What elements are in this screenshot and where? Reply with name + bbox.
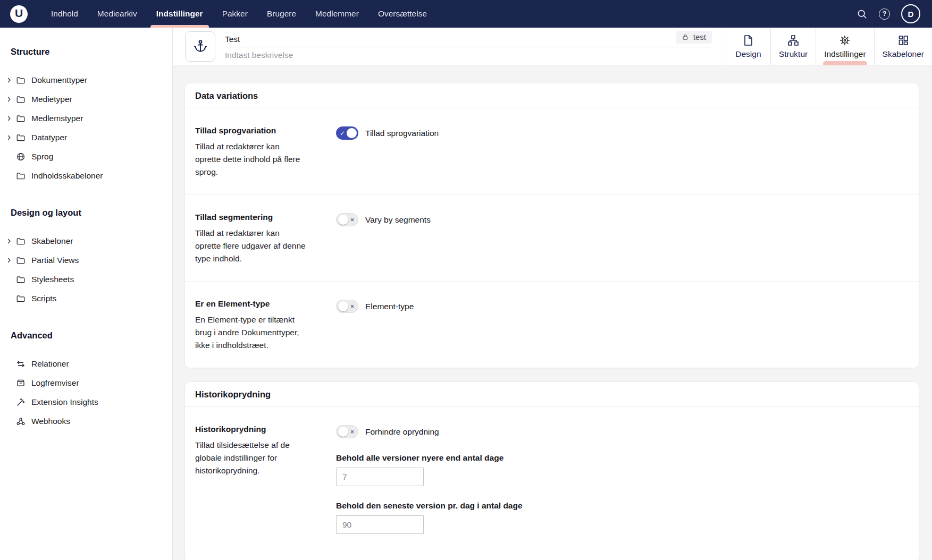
tab-indstillinger[interactable]: Indstillinger	[816, 28, 874, 65]
toggle-switch-off[interactable]: ×	[336, 300, 358, 313]
sidebar-item-webhooks[interactable]: Webhooks	[0, 412, 172, 431]
toggle-label: Vary by segments	[365, 215, 431, 225]
keep-all-versions-days-input[interactable]	[336, 468, 424, 486]
chevron-right-icon[interactable]	[4, 96, 14, 103]
folder-icon	[15, 236, 26, 246]
property-row-tillad-sprogvariation: Tillad sprogvariation Tillad at redaktør…	[185, 108, 919, 195]
nav-item-pakker[interactable]: Pakker	[213, 0, 257, 28]
alias-badge[interactable]: test	[676, 31, 712, 44]
help-icon[interactable]: ?	[879, 9, 890, 20]
property-row-tillad-segmentering: Tillad segmentering Tillad at redaktører…	[185, 195, 919, 282]
tab-design[interactable]: Design	[726, 28, 770, 65]
globe-icon	[15, 152, 26, 162]
toggle-knob	[347, 128, 357, 138]
sidebar-item-medietyper[interactable]: Medietyper	[0, 90, 172, 109]
document-type-name-input[interactable]	[225, 35, 676, 44]
sidebar-item-stylesheets[interactable]: Stylesheets	[0, 270, 172, 289]
nav-item-indhold[interactable]: Indhold	[41, 0, 88, 28]
toggle-field: ✓ Tillad sprogvariation	[336, 126, 909, 140]
sidebar-item-extension-insights[interactable]: Extension Insights	[0, 393, 172, 412]
property-name: Tillad sprogvariation	[195, 126, 306, 135]
sidebar-item-label: Partial Views	[31, 256, 79, 265]
document-type-identity: test	[173, 28, 726, 65]
section-title: Design og layout	[11, 208, 172, 218]
sidebar-item-datatyper[interactable]: Datatyper	[0, 128, 172, 147]
nav-item-mediearkiv[interactable]: Mediearkiv	[88, 0, 147, 28]
nav-item-label: Brugere	[267, 9, 296, 19]
tab-skabeloner[interactable]: Skabeloner	[874, 28, 932, 65]
nav-item-indstillinger[interactable]: Indstillinger	[147, 0, 213, 28]
card-title: Data variations	[185, 83, 919, 108]
nav-item-medlemmer[interactable]: Medlemmer	[306, 0, 368, 28]
sidebar-item-label: Medlemstyper	[31, 114, 83, 123]
keep-latest-version-days-input[interactable]	[336, 515, 424, 534]
alias-text: test	[693, 32, 706, 41]
sidebar-item-indholdsskabeloner[interactable]: Indholdsskabeloner	[0, 166, 172, 185]
toggle-knob	[338, 301, 348, 311]
toggle-field: × Vary by segments	[336, 213, 909, 226]
description-input[interactable]	[225, 48, 712, 63]
workspace-tabs: Design Struktur Indstillinger Skabelon	[726, 28, 932, 65]
chevron-right-icon[interactable]	[4, 238, 14, 244]
logo-letter: U	[15, 7, 23, 20]
avatar[interactable]: D	[901, 4, 920, 23]
sidebar-item-label: Dokumenttyper	[31, 75, 87, 85]
chevron-right-icon[interactable]	[4, 77, 14, 83]
property-editor-column: ✓ Tillad sprogvariation	[336, 126, 909, 179]
chevron-right-icon[interactable]	[4, 134, 14, 141]
property-description: Tillad tilsidesættelse af de globale ind…	[195, 439, 306, 477]
sidebar-item-label: Stylesheets	[31, 275, 74, 284]
lock-icon	[682, 33, 689, 41]
sidebar-item-label: Webhooks	[31, 417, 70, 426]
document-type-icon-button[interactable]	[185, 31, 215, 62]
nav-item-brugere[interactable]: Brugere	[257, 0, 306, 28]
nav-item-label: Medlemmer	[315, 9, 359, 19]
property-description-column: Tillad segmentering Tillad at redaktører…	[195, 213, 306, 265]
toggle-switch-on[interactable]: ✓	[336, 126, 358, 140]
sidebar-item-relationer[interactable]: Relationer	[0, 354, 172, 374]
property-description: Tillad at redaktører kan oprette flere u…	[195, 227, 306, 265]
toggle-switch-off[interactable]: ×	[336, 213, 358, 226]
nav-item-label: Mediearkiv	[97, 9, 137, 19]
folder-icon	[15, 256, 26, 265]
property-description-column: Tillad sprogvariation Tillad at redaktør…	[195, 126, 306, 179]
sidebar-item-sprog[interactable]: Sprog	[0, 147, 172, 166]
chevron-right-icon[interactable]	[4, 115, 14, 122]
sidebar-item-label: Sprog	[31, 152, 53, 162]
document-type-header: test Design Struktur	[173, 28, 932, 65]
property-name: Er en Element-type	[195, 299, 306, 309]
name-and-description: test	[225, 30, 712, 63]
sidebar-item-logfremviser[interactable]: Logfremviser	[0, 374, 172, 393]
property-description-column: Historikoprydning Tillad tilsidesættelse…	[195, 425, 306, 534]
umbraco-logo[interactable]: U	[10, 5, 28, 23]
sidebar-item-label: Scripts	[31, 294, 56, 303]
toggle-knob	[338, 215, 348, 225]
section-title: Structure	[11, 47, 172, 57]
toggle-label: Tillad sprogvariation	[365, 129, 439, 138]
sidebar-item-medlemstyper[interactable]: Medlemstyper	[0, 109, 172, 128]
sidebar-item-label: Datatyper	[31, 133, 67, 142]
toggle-switch-off[interactable]: ×	[336, 425, 358, 438]
field-label: Behold den seneste version pr. dag i ant…	[336, 501, 909, 511]
sidebar-item-label: Skabeloner	[31, 236, 73, 246]
tab-struktur[interactable]: Struktur	[770, 28, 816, 65]
folder-icon	[15, 133, 26, 142]
section-title: Advanced	[11, 330, 172, 341]
topnav-actions: ? D	[857, 4, 932, 23]
field-label: Behold alle versioner nyere end antal da…	[336, 453, 909, 463]
log-box-icon	[15, 378, 26, 388]
sidebar-item-partial-views[interactable]: Partial Views	[0, 251, 172, 270]
sidebar-item-skabeloner[interactable]: Skabeloner	[0, 232, 172, 251]
webhook-icon	[15, 417, 26, 426]
active-tab-underline	[823, 61, 867, 65]
nav-item-oversaettelse[interactable]: Oversættelse	[368, 0, 436, 28]
nav-item-label: Oversættelse	[378, 9, 427, 19]
card-title: Historikoprydning	[185, 382, 919, 407]
sidebar-item-scripts[interactable]: Scripts	[0, 289, 172, 308]
sidebar-item-label: Extension Insights	[31, 397, 98, 407]
search-icon[interactable]	[857, 9, 868, 20]
chevron-right-icon[interactable]	[4, 257, 14, 264]
folder-icon	[15, 294, 26, 303]
anchor-icon	[193, 39, 208, 54]
sidebar-item-dokumenttyper[interactable]: Dokumenttyper	[0, 71, 172, 90]
